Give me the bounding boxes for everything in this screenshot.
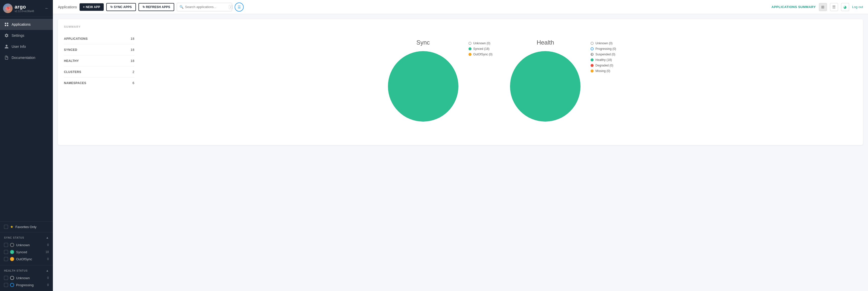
health-legend-suspended: ⏸ Suspended (0) bbox=[591, 53, 616, 56]
logo: 🐙 argo v2.12.0+ec30a48 bbox=[3, 3, 34, 13]
grid-icon bbox=[4, 22, 9, 27]
health-legend-missing-label: Missing (0) bbox=[595, 69, 610, 73]
health-legend-healthy: Healthy (18) bbox=[591, 58, 616, 62]
health-legend-missing-icon bbox=[591, 69, 594, 72]
sidebar-item-documentation[interactable]: Documentation bbox=[0, 52, 53, 63]
health-legend-suspended-label: Suspended (0) bbox=[595, 53, 615, 56]
health-chart-title: Health bbox=[537, 39, 554, 46]
summary-synced-value: 18 bbox=[131, 48, 134, 52]
list-view-icon: ☰ bbox=[832, 5, 836, 9]
summary-row-healthy: HEALTHY 18 bbox=[64, 55, 134, 66]
pie-chart-view-button[interactable]: ◕ bbox=[841, 3, 849, 11]
nav-documentation-label: Documentation bbox=[11, 56, 35, 60]
summary-title: SUMMARY bbox=[64, 25, 134, 28]
app-version: v2.12.0+ec30a48 bbox=[14, 10, 34, 12]
health-status-header: HEALTH STATUS ▲ bbox=[0, 268, 53, 274]
sync-legend-unknown: Unknown (0) bbox=[468, 41, 493, 45]
content-area: SUMMARY APPLICATIONS 18 SYNCED 18 HEALTH… bbox=[53, 14, 868, 291]
sidebar-item-settings[interactable]: Settings bbox=[0, 30, 53, 41]
sync-synced-checkbox[interactable] bbox=[4, 250, 8, 254]
nav-user-info-label: User Info bbox=[11, 44, 26, 48]
topbar-left: Applications + NEW APP ↻ SYNC APPS ↻ REF… bbox=[58, 2, 244, 11]
grid-view-button[interactable]: ⊞ bbox=[819, 3, 827, 11]
nav-settings-label: Settings bbox=[11, 33, 24, 37]
refresh-apps-button[interactable]: ↻ REFRESH APPS bbox=[138, 3, 174, 11]
sync-outofsync-icon: ! bbox=[10, 257, 14, 261]
summary-row-synced: SYNCED 18 bbox=[64, 44, 134, 55]
list-view-button[interactable]: ☰ bbox=[830, 3, 838, 11]
sidebar-item-applications[interactable]: Applications bbox=[0, 19, 53, 30]
health-chart-legend: Unknown (0) Progressing (0) ⏸ Suspended … bbox=[591, 41, 616, 73]
sync-filter-synced[interactable]: ✓ Synced 18 bbox=[0, 249, 53, 256]
sync-status-title: SYNC STATUS bbox=[4, 236, 24, 239]
sync-filter-outofsync[interactable]: ! OutOfSync 0 bbox=[0, 256, 53, 263]
argo-avatar: 🐙 bbox=[3, 3, 12, 13]
sync-unknown-count: 0 bbox=[45, 243, 49, 247]
sync-legend-unknown-icon bbox=[468, 42, 471, 45]
sync-unknown-checkbox[interactable] bbox=[4, 243, 8, 247]
health-legend-progressing: Progressing (0) bbox=[591, 47, 616, 51]
sync-status-header: SYNC STATUS ▲ bbox=[0, 235, 53, 241]
topbar: Applications + NEW APP ↻ SYNC APPS ↻ REF… bbox=[53, 0, 868, 14]
summary-clusters-label: CLUSTERS bbox=[64, 70, 81, 74]
health-status-collapse-icon[interactable]: ▲ bbox=[46, 269, 49, 272]
health-legend-degraded: Degraded (0) bbox=[591, 64, 616, 67]
sync-unknown-icon bbox=[10, 243, 14, 247]
svg-point-0 bbox=[388, 51, 458, 122]
argo-brand: argo v2.12.0+ec30a48 bbox=[14, 4, 34, 12]
sidebar-back-button[interactable]: ← bbox=[44, 5, 50, 11]
favorites-checkbox[interactable] bbox=[4, 225, 8, 229]
user-icon bbox=[4, 44, 9, 49]
pie-chart-icon: ◕ bbox=[843, 5, 846, 9]
health-legend-degraded-icon bbox=[591, 64, 594, 67]
main-content: Applications + NEW APP ↻ SYNC APPS ↻ REF… bbox=[53, 0, 868, 291]
health-legend-degraded-label: Degraded (0) bbox=[595, 64, 613, 67]
health-chart-with-legend: Health Unknown (0) bbox=[507, 39, 616, 125]
new-app-button[interactable]: + NEW APP bbox=[80, 3, 104, 11]
sync-chart: Sync Unknown (0) bbox=[385, 39, 493, 125]
svg-point-1 bbox=[510, 51, 581, 122]
filter-icon: ☰ bbox=[238, 5, 241, 9]
health-status-title: HEALTH STATUS bbox=[4, 269, 28, 272]
summary-namespaces-value: 6 bbox=[132, 81, 134, 85]
favorites-filter[interactable]: ★ Favorites Only bbox=[0, 221, 53, 232]
filter-button[interactable]: ☰ bbox=[235, 2, 244, 11]
summary-table: SUMMARY APPLICATIONS 18 SYNCED 18 HEALTH… bbox=[64, 25, 134, 139]
sync-filter-unknown[interactable]: Unknown 0 bbox=[0, 241, 53, 249]
health-unknown-checkbox[interactable] bbox=[4, 276, 8, 280]
health-progressing-checkbox[interactable] bbox=[4, 283, 8, 287]
favorites-label: Favorites Only bbox=[16, 225, 36, 229]
summary-row-namespaces: NAMESPACES 6 bbox=[64, 77, 134, 88]
health-filter-unknown[interactable]: Unknown 0 bbox=[0, 274, 53, 282]
health-progressing-icon bbox=[10, 283, 14, 287]
health-filter-progressing[interactable]: Progressing 0 bbox=[0, 282, 53, 289]
sync-synced-count: 18 bbox=[45, 250, 49, 254]
sync-apps-button[interactable]: ↻ SYNC APPS bbox=[106, 3, 136, 11]
sync-chart-legend: Unknown (0) Synced (18) OutOfSync (0) bbox=[468, 41, 493, 56]
sidebar-item-user-info[interactable]: User Info bbox=[0, 41, 53, 52]
search-icon: 🔍 bbox=[180, 5, 184, 9]
health-chart-svg bbox=[507, 48, 583, 124]
health-legend-unknown-icon bbox=[591, 42, 594, 45]
sync-outofsync-count: 0 bbox=[45, 257, 49, 261]
summary-healthy-value: 18 bbox=[131, 59, 134, 63]
search-kbd: / bbox=[229, 5, 232, 9]
logout-button[interactable]: Log out bbox=[852, 5, 863, 9]
sync-legend-synced-icon bbox=[468, 47, 471, 50]
health-status-filter: HEALTH STATUS ▲ Unknown 0 Progressing 0 bbox=[0, 265, 53, 291]
summary-healthy-label: HEALTHY bbox=[64, 59, 79, 63]
sync-outofsync-checkbox[interactable] bbox=[4, 257, 8, 261]
doc-icon bbox=[4, 55, 9, 60]
health-legend-healthy-icon bbox=[591, 58, 594, 61]
sync-status-collapse-icon[interactable]: ▲ bbox=[46, 236, 49, 239]
sync-legend-outofsync: OutOfSync (0) bbox=[468, 53, 493, 56]
sidebar: 🐙 argo v2.12.0+ec30a48 ← Applications Se… bbox=[0, 0, 53, 291]
health-unknown-label: Unknown bbox=[16, 276, 43, 280]
sync-legend-synced: Synced (18) bbox=[468, 47, 493, 51]
health-chart: Health Unknown (0) bbox=[507, 39, 616, 125]
health-legend-progressing-icon bbox=[591, 47, 594, 50]
summary-namespaces-label: NAMESPACES bbox=[64, 81, 86, 85]
settings-icon bbox=[4, 33, 9, 38]
search-input[interactable] bbox=[185, 5, 227, 9]
health-legend-suspended-icon: ⏸ bbox=[591, 53, 594, 56]
